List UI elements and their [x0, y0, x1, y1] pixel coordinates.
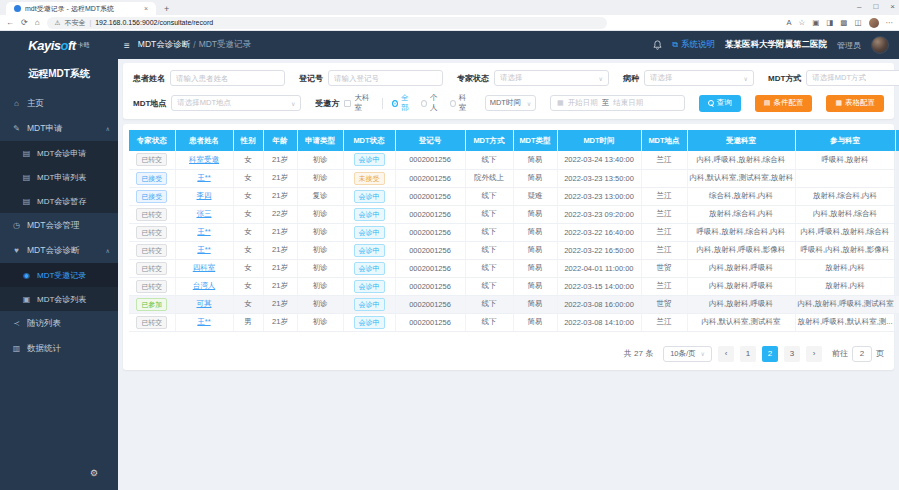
filter-disease: 病种 请选择∨	[623, 70, 754, 86]
cell-apply-type: 初诊	[297, 169, 343, 187]
table-row[interactable]: 已参加 可其 女 21岁 初诊 会诊中 0002001256 线下 简易 202…	[129, 295, 899, 313]
sidebar-item-home[interactable]: ⌂ 主页	[0, 91, 118, 116]
table-row[interactable]: 已转交 王** 女 21岁 初诊 会诊中 0002001256 线下 简易 20…	[129, 241, 899, 259]
col-apply-type: 申请类型	[297, 130, 343, 151]
expert-status-select[interactable]: 请选择∨	[494, 70, 609, 86]
filter-config-icon: ▤	[764, 99, 771, 107]
table-row[interactable]: 已转交 四科室 女 21岁 初诊 会诊中 0002001256 线下 简易 20…	[129, 259, 899, 277]
cell-mdt-place	[641, 169, 687, 187]
split-screen-icon[interactable]: ◫	[854, 18, 861, 27]
cell-mdt-mode: 线下	[465, 313, 513, 331]
favorite-star-icon[interactable]: ☆	[798, 18, 805, 27]
patient-name-link[interactable]: 四科室	[193, 263, 216, 272]
browser-menu-icon[interactable]: ⋯	[886, 18, 894, 27]
sidebar-item-mdt-consult-apply[interactable]: ▤ MDT会诊申请	[0, 141, 118, 165]
sidebar-item-mdt-consult-draft[interactable]: ▤ MDT会诊暂存	[0, 189, 118, 213]
header-right: ⧉系统说明 某某医科大学附属第二医院 管理员	[653, 36, 899, 54]
cell-expert-status: 已接受	[129, 169, 175, 187]
table-row[interactable]: 已接受 李四 女 21岁 复诊 会诊中 0002001256 线下 疑难 202…	[129, 187, 899, 205]
date-range-picker[interactable]: ▦ 开始日期 至 结束日期	[550, 95, 685, 111]
patient-name-link[interactable]: 可其	[197, 299, 212, 308]
new-tab-button[interactable]: +	[164, 4, 169, 15]
page-number-button[interactable]: 2	[762, 346, 778, 362]
page-number-button[interactable]: 1	[740, 346, 756, 362]
col-apply-time: 申请时间	[895, 130, 899, 151]
patient-name-link[interactable]: 科室受邀	[189, 155, 219, 164]
sidebar-item-mdt-consult-list[interactable]: ▣ MDT会诊列表	[0, 287, 118, 311]
table-row[interactable]: 已转交 王** 女 21岁 初诊 会诊中 0002001256 线下 简易 20…	[129, 223, 899, 241]
table-row[interactable]: 已转交 台湾人 女 21岁 初诊 会诊中 0002001256 线下 简易 20…	[129, 277, 899, 295]
cell-join-depts: 放射科,综合科,内科	[795, 187, 895, 205]
patient-name-link[interactable]: 王**	[197, 173, 210, 182]
mdt-status-badge: 会诊中	[354, 208, 385, 221]
radio-person[interactable]: 个人	[421, 93, 442, 113]
collapse-sidebar-icon[interactable]: ≡	[124, 40, 130, 51]
sidebar-item-mdt-invite-record[interactable]: ◉ MDT受邀记录	[0, 263, 118, 287]
cell-mdt-type: 简易	[513, 259, 557, 277]
user-avatar[interactable]	[871, 36, 889, 54]
browser-profile-avatar[interactable]	[869, 18, 879, 28]
extension-icon[interactable]: ▩	[840, 18, 847, 27]
browser-tab[interactable]: mdt受邀记录 - 远程MDT系统 ×	[6, 2, 156, 15]
radio-dept[interactable]: 科室	[450, 93, 471, 113]
page-size-select[interactable]: 10条/页∨	[663, 346, 712, 362]
cell-mdt-place: 兰江	[641, 223, 687, 241]
patient-name-link[interactable]: 台湾人	[193, 281, 216, 290]
patient-name-link[interactable]: 王**	[197, 245, 210, 254]
radio-all[interactable]: 全部	[392, 93, 413, 113]
monitor-icon: ⧉	[672, 40, 678, 50]
patient-name-link[interactable]: 王**	[197, 227, 210, 236]
patient-name-link[interactable]: 张三	[197, 209, 212, 218]
search-button[interactable]: 查询	[699, 95, 741, 112]
tab-close-icon[interactable]: ×	[144, 5, 148, 12]
cell-expert-status: 已参加	[129, 295, 175, 313]
table-row[interactable]: 已转交 张三 女 22岁 初诊 会诊中 0002001256 线下 简易 202…	[129, 205, 899, 223]
read-aloud-icon[interactable]: A	[786, 18, 791, 27]
next-page-button[interactable]: ›	[806, 346, 822, 362]
expert-status-badge: 已参加	[136, 298, 167, 311]
patient-name-input[interactable]	[170, 70, 285, 86]
expert-status-badge: 已转交	[136, 226, 167, 239]
prev-page-button[interactable]: ‹	[718, 346, 734, 362]
sidebar-item-followup-list[interactable]: ≺ 随访列表	[0, 311, 118, 336]
address-bar[interactable]: ⚠ 不安全 | 192.168.0.156:9002/consultate/re…	[47, 17, 607, 29]
disease-select[interactable]: 请选择∨	[644, 70, 754, 86]
cell-join-depts: 呼吸科,内科,放射科,影像科	[795, 241, 895, 259]
bell-icon[interactable]	[653, 40, 662, 50]
cell-expert-status: 已接受	[129, 187, 175, 205]
cell-age: 21岁	[263, 187, 297, 205]
goto-page-input[interactable]	[852, 346, 872, 362]
sidebar-item-statistics[interactable]: ▥ 数据统计	[0, 336, 118, 361]
big-dept-checkbox[interactable]: 大科室	[344, 93, 373, 113]
back-icon[interactable]: ←	[6, 18, 14, 27]
table-row[interactable]: 已接受 王** 女 21岁 初诊 未接受 0002001256 院外线上 简易 …	[129, 169, 899, 187]
extension-icon[interactable]: ◨	[826, 18, 833, 27]
sidebar-group-mdt-diagnose[interactable]: ♥ MDT会诊诊断 ∧	[0, 238, 118, 263]
table-row[interactable]: 已转交 王** 男 21岁 初诊 会诊中 0002001256 线下 简易 20…	[129, 313, 899, 331]
patient-name-link[interactable]: 李四	[197, 191, 212, 200]
close-icon[interactable]: ×	[890, 2, 895, 11]
table-row[interactable]: 已转交 科室受邀 女 21岁 初诊 会诊中 0002001256 线下 简易 2…	[129, 151, 899, 169]
page-number-button[interactable]: 3	[784, 346, 800, 362]
mdt-time-select[interactable]: MDT时间∨	[485, 95, 536, 111]
patient-name-link[interactable]: 王**	[197, 317, 210, 326]
sidebar-group-mdt-apply[interactable]: ✎ MDT申请 ∧	[0, 116, 118, 141]
extension-icon[interactable]: ▣	[812, 18, 819, 27]
table-config-button[interactable]: ▦表格配置	[826, 95, 884, 112]
cell-age: 21岁	[263, 223, 297, 241]
mdt-place-select[interactable]: 请选择MDT地点∨	[171, 95, 301, 111]
condition-config-button[interactable]: ▤条件配置	[755, 95, 813, 112]
mdt-mode-select[interactable]: 请选择MDT方式∨	[806, 70, 899, 86]
register-no-input[interactable]	[328, 70, 443, 86]
system-help-link[interactable]: ⧉系统说明	[672, 39, 715, 51]
refresh-icon[interactable]: ⟳	[21, 18, 28, 27]
home-nav-icon[interactable]: ⌂	[35, 18, 40, 27]
maximize-icon[interactable]: □	[873, 2, 878, 11]
submenu-mdt-diagnose: ◉ MDT受邀记录 ▣ MDT会诊列表	[0, 263, 118, 311]
gear-icon[interactable]: ⚙	[90, 468, 98, 478]
caret-up-icon: ∧	[106, 247, 110, 254]
sidebar-item-mdt-apply-list[interactable]: ▤ MDT申请列表	[0, 165, 118, 189]
breadcrumb-current: MDT受邀记录	[199, 39, 251, 51]
sidebar-item-mdt-manage[interactable]: ◷ MDT会诊管理	[0, 213, 118, 238]
minimize-icon[interactable]: –	[857, 2, 861, 11]
